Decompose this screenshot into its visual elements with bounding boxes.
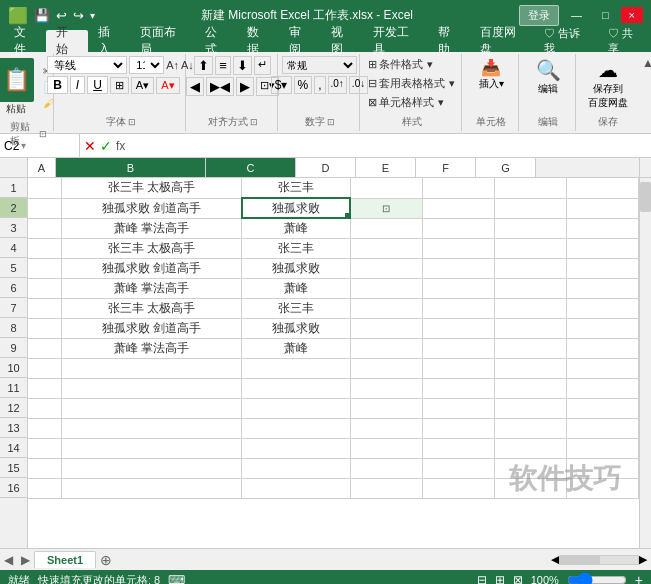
ribbon-collapse[interactable]: ▲ [640,54,651,131]
cell-g9[interactable] [566,338,638,358]
cell-d14[interactable] [350,438,422,458]
align-center-button[interactable]: ▶◀ [206,77,234,96]
col-header-e[interactable]: E [356,158,416,178]
auto-fill-icon[interactable]: ⊡ [382,203,390,214]
cell-b1[interactable]: 张三丰 太极高手 [62,178,242,198]
cancel-formula-icon[interactable]: ✕ [84,138,96,154]
cell-f12[interactable] [494,398,566,418]
alignment-expand[interactable]: ⊡ [250,117,258,127]
font-expand[interactable]: ⊡ [128,117,136,127]
cell-f8[interactable] [494,318,566,338]
scroll-left-h[interactable]: ◀ [551,553,559,566]
row-header-16[interactable]: 16 [0,478,27,498]
cell-g11[interactable] [566,378,638,398]
cell-b5[interactable]: 独孤求败 剑道高手 [62,258,242,278]
cell-f9[interactable] [494,338,566,358]
row-header-4[interactable]: 4 [0,238,27,258]
cell-c16[interactable] [242,478,350,498]
tab-help[interactable]: 帮助 [428,30,470,52]
cell-d12[interactable] [350,398,422,418]
cell-b7[interactable]: 张三丰 太极高手 [62,298,242,318]
cell-e4[interactable] [422,238,494,258]
cell-a7[interactable] [28,298,62,318]
bold-button[interactable]: B [47,76,68,94]
cell-e2[interactable] [422,198,494,218]
cell-g3[interactable] [566,218,638,238]
login-button[interactable]: 登录 [519,5,559,26]
cell-e7[interactable] [422,298,494,318]
formula-input[interactable] [129,134,651,157]
cell-g4[interactable] [566,238,638,258]
cell-e13[interactable] [422,418,494,438]
cell-g10[interactable] [566,358,638,378]
row-header-11[interactable]: 11 [0,378,27,398]
cell-e10[interactable] [422,358,494,378]
cell-d4[interactable] [350,238,422,258]
row-header-8[interactable]: 8 [0,318,27,338]
maximize-button[interactable]: □ [594,7,617,23]
tab-review[interactable]: 审阅 [279,30,321,52]
insert-cells-button[interactable]: 📥 插入▾ [476,56,507,93]
sheet-tab-1[interactable]: Sheet1 [34,551,96,568]
col-header-f[interactable]: F [416,158,476,178]
quick-redo[interactable]: ↪ [73,8,84,23]
cell-f2[interactable] [494,198,566,218]
cell-e16[interactable] [422,478,494,498]
cell-g13[interactable] [566,418,638,438]
row-header-15[interactable]: 15 [0,458,27,478]
cell-f10[interactable] [494,358,566,378]
col-header-a[interactable]: A [28,158,56,178]
cell-f11[interactable] [494,378,566,398]
cell-a2[interactable] [28,198,62,218]
underline-button[interactable]: U [87,76,108,94]
autofill-handle[interactable] [345,213,350,218]
cell-a5[interactable] [28,258,62,278]
cell-g7[interactable] [566,298,638,318]
align-top-button[interactable]: ⬆ [194,56,213,75]
tab-view[interactable]: 视图 [321,30,363,52]
cell-a13[interactable] [28,418,62,438]
cell-b9[interactable]: 萧峰 掌法高手 [62,338,242,358]
view-normal-button[interactable]: ⊟ [477,573,487,584]
col-header-b[interactable]: B [56,158,206,178]
quick-save[interactable]: 💾 [34,8,50,23]
cell-e6[interactable] [422,278,494,298]
close-button[interactable]: × [621,7,643,23]
cell-b15[interactable] [62,458,242,478]
view-layout-button[interactable]: ⊞ [495,573,505,584]
cell-g12[interactable] [566,398,638,418]
cell-d6[interactable] [350,278,422,298]
add-sheet-button[interactable]: ⊕ [96,552,116,568]
h-scrollbar-thumb[interactable] [560,556,600,564]
cell-a4[interactable] [28,238,62,258]
cell-e12[interactable] [422,398,494,418]
zoom-slider[interactable] [567,575,627,584]
cell-b3[interactable]: 萧峰 掌法高手 [62,218,242,238]
cell-c15[interactable] [242,458,350,478]
cell-d5[interactable] [350,258,422,278]
row-header-5[interactable]: 5 [0,258,27,278]
zoom-in-button[interactable]: + [635,572,643,584]
row-header-14[interactable]: 14 [0,438,27,458]
confirm-formula-icon[interactable]: ✓ [100,138,112,154]
scroll-thumb[interactable] [640,182,651,212]
cell-g15[interactable] [566,458,638,478]
cell-a12[interactable] [28,398,62,418]
align-left-button[interactable]: ◀ [186,77,204,96]
cell-c4[interactable]: 张三丰 [242,238,350,258]
paste-button[interactable]: 📋 粘贴 [0,56,36,118]
cell-a11[interactable] [28,378,62,398]
align-middle-button[interactable]: ≡ [215,56,231,75]
cell-f16[interactable] [494,478,566,498]
cell-d16[interactable] [350,478,422,498]
fill-color-button[interactable]: A▾ [131,77,154,94]
cell-f14[interactable] [494,438,566,458]
tab-insert[interactable]: 插入 [88,30,130,52]
tab-developer[interactable]: 开发工具 [363,30,427,52]
cell-c5[interactable]: 独孤求败 [242,258,350,278]
row-header-10[interactable]: 10 [0,358,27,378]
cell-a9[interactable] [28,338,62,358]
find-replace-button[interactable]: 🔍 编辑 [533,56,564,98]
cell-f5[interactable] [494,258,566,278]
row-header-13[interactable]: 13 [0,418,27,438]
